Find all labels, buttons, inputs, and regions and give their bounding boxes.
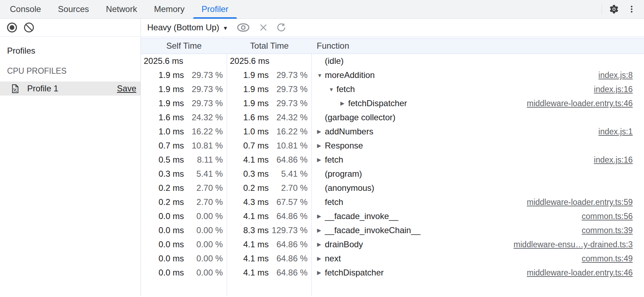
total-time-percent: 29.73 % (269, 98, 308, 108)
total-time-value: 1.0 ms (243, 127, 269, 137)
source-link[interactable]: middleware-loader.entry.ts:46 (527, 99, 633, 108)
column-header-total-time[interactable]: Total Time (227, 41, 312, 51)
self-time-cell: 0.7 ms 10.81 % (141, 141, 227, 151)
table-row[interactable]: 0.2 ms 2.70 % 4.3 ms 67.57 % fetch middl… (141, 195, 644, 209)
tab-sources[interactable]: Sources (49, 0, 97, 18)
source-link[interactable]: index.js:8 (598, 71, 633, 80)
view-mode-label: Heavy (Bottom Up) (147, 23, 219, 32)
record-button[interactable] (6, 22, 18, 33)
tab-profiler[interactable]: Profiler (193, 0, 237, 18)
expand-arrow-icon[interactable]: ▶ (340, 100, 348, 107)
more-options-button[interactable] (624, 1, 639, 18)
function-name: next (325, 254, 341, 263)
tab-label: Memory (154, 4, 185, 14)
tab-console[interactable]: Console (1, 0, 49, 18)
total-time-value: 1.9 ms (243, 98, 269, 108)
function-cell: ▶ __facade_invoke__ common.ts:56 (312, 211, 644, 221)
source-link[interactable]: index.js:16 (594, 155, 633, 165)
self-time-value: 0.2 ms (159, 197, 184, 207)
focus-button[interactable] (236, 22, 251, 33)
source-link[interactable]: index.js:1 (598, 127, 633, 137)
total-time-percent: 64.86 % (269, 211, 308, 221)
table-row[interactable]: 0.0 ms 0.00 % 4.1 ms 64.86 % ▶ next comm… (141, 251, 644, 266)
settings-button[interactable] (606, 1, 622, 18)
total-time-value: 1.9 ms (243, 70, 269, 80)
total-time-cell: 4.1 ms 64.86 % (227, 155, 312, 165)
table-row[interactable]: 0.5 ms 8.11 % 4.1 ms 64.86 % ▶ fetch ind… (141, 153, 644, 167)
total-time-cell: 4.1 ms 64.86 % (227, 268, 312, 278)
table-row[interactable]: 1.9 ms 29.73 % 1.9 ms 29.73 % ▶ fetchDis… (141, 96, 644, 110)
table-row[interactable]: 1.6 ms 24.32 % 1.6 ms 24.32 % (garbage c… (141, 110, 644, 125)
self-time-value: 1.0 ms (159, 127, 184, 137)
source-link[interactable]: middleware-loader.entry.ts:46 (527, 268, 633, 278)
expand-arrow-icon[interactable]: ▶ (317, 157, 325, 163)
total-time-cell: 0.3 ms 5.41 % (227, 169, 312, 179)
view-mode-dropdown[interactable]: Heavy (Bottom Up) ▼ (147, 23, 228, 32)
profile-file-icon (10, 84, 20, 94)
grid-header: Self Time Total Time Function (141, 38, 644, 54)
self-time-value: 0.0 ms (159, 254, 184, 263)
function-name: (program) (325, 169, 362, 179)
self-time-value: 0.7 ms (159, 141, 184, 151)
exclude-button[interactable] (258, 23, 268, 32)
self-time-value: 1.9 ms (159, 70, 184, 80)
table-row[interactable]: 0.0 ms 0.00 % 8.3 ms 129.73 % ▶ __facade… (141, 223, 644, 237)
clear-button[interactable] (23, 22, 35, 33)
source-link[interactable]: common.ts:39 (582, 226, 633, 235)
total-time-value: 0.3 ms (243, 169, 269, 179)
total-time-cell: 0.2 ms 2.70 % (227, 183, 312, 193)
profiler-toolbar-left (0, 19, 141, 36)
total-time-cell: 1.9 ms 29.73 % (227, 98, 312, 108)
function-cell: ▼ moreAddition index.js:8 (312, 70, 644, 80)
total-time-cell: 4.1 ms 64.86 % (227, 240, 312, 249)
table-row[interactable]: 0.0 ms 0.00 % 4.1 ms 64.86 % ▶ __facade_… (141, 209, 644, 223)
table-row[interactable]: 0.0 ms 0.00 % 4.1 ms 64.86 % ▶ drainBody… (141, 237, 644, 251)
self-time-percent: 5.41 % (184, 169, 223, 179)
table-row[interactable]: 1.0 ms 16.22 % 1.0 ms 16.22 % ▶ addNumbe… (141, 125, 644, 139)
function-cell: ▶ fetch index.js:16 (312, 155, 644, 165)
function-name: fetchDispatcher (348, 98, 407, 108)
expand-arrow-icon[interactable]: ▶ (317, 241, 325, 248)
self-time-percent: 2.70 % (184, 183, 223, 193)
total-time-percent: 64.86 % (269, 254, 308, 263)
self-time-value: 0.0 ms (159, 240, 184, 249)
eye-icon (236, 22, 251, 33)
total-time-value: 4.1 ms (243, 254, 269, 263)
table-row[interactable]: 0.3 ms 5.41 % 0.3 ms 5.41 % (program) (141, 167, 644, 181)
table-row[interactable]: 0.0 ms 0.00 % 4.1 ms 64.86 % ▶ fetchDisp… (141, 266, 644, 280)
save-profile-link[interactable]: Save (117, 84, 136, 93)
source-link[interactable]: common.ts:49 (582, 254, 633, 263)
table-row[interactable]: 0.7 ms 10.81 % 0.7 ms 10.81 % ▶ Response (141, 139, 644, 153)
restore-button[interactable] (276, 22, 287, 33)
self-time-value: 1.9 ms (159, 84, 184, 94)
total-time-cell: 1.9 ms 29.73 % (227, 84, 312, 94)
source-link[interactable]: middleware-ensu…y-drained.ts:3 (514, 240, 633, 249)
expand-arrow-icon[interactable]: ▶ (317, 255, 325, 262)
table-row[interactable]: 1.9 ms 29.73 % 1.9 ms 29.73 % ▼ moreAddi… (141, 68, 644, 82)
table-row[interactable]: 1.9 ms 29.73 % 1.9 ms 29.73 % ▼ fetch in… (141, 82, 644, 96)
column-header-self-time[interactable]: Self Time (141, 41, 227, 51)
expand-arrow-icon[interactable]: ▼ (317, 72, 325, 78)
sidebar-item-profile-1[interactable]: Profile 1 Save (0, 81, 141, 96)
expand-arrow-icon[interactable]: ▶ (317, 143, 325, 149)
expand-arrow-icon[interactable]: ▶ (317, 213, 325, 219)
source-link[interactable]: middleware-loader.entry.ts:59 (527, 198, 633, 207)
source-link[interactable]: common.ts:56 (582, 212, 633, 221)
expand-arrow-icon[interactable]: ▶ (317, 128, 325, 135)
total-time-value: 1.6 ms (243, 113, 269, 122)
total-time-cell: 2025.6 ms (227, 56, 312, 66)
column-header-function[interactable]: Function (312, 41, 644, 51)
profile-data-grid: Self Time Total Time Function 2025.6 ms … (141, 37, 644, 296)
table-row[interactable]: 2025.6 ms 2025.6 ms (idle) (141, 54, 644, 68)
self-time-cell: 0.2 ms 2.70 % (141, 183, 227, 193)
expand-arrow-icon[interactable]: ▶ (317, 269, 325, 276)
expand-arrow-icon[interactable]: ▶ (317, 227, 325, 234)
tab-memory[interactable]: Memory (145, 0, 193, 18)
total-time-percent: 16.22 % (269, 127, 308, 137)
tab-network[interactable]: Network (97, 0, 145, 18)
table-row[interactable]: 0.2 ms 2.70 % 0.2 ms 2.70 % (anonymous) (141, 181, 644, 195)
close-icon (258, 23, 268, 32)
expand-arrow-icon[interactable]: ▼ (329, 86, 336, 92)
self-time-percent: 0.00 % (184, 240, 223, 249)
source-link[interactable]: index.js:16 (594, 85, 633, 94)
